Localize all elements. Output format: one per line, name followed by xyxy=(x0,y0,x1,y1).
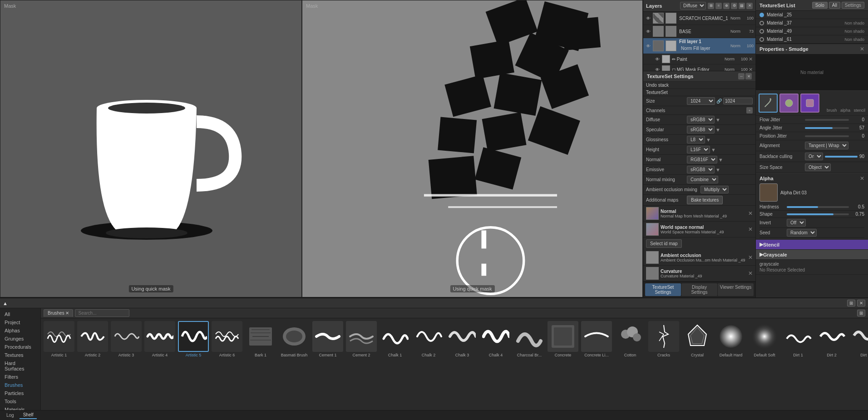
diffuse-close[interactable]: ▼ xyxy=(715,117,721,123)
layers-icon-4[interactable]: ⚙ xyxy=(731,3,737,9)
hardness-slider[interactable] xyxy=(787,206,849,208)
brush-bark-1[interactable]: Bark 1 xyxy=(245,321,276,357)
channels-add-icon[interactable]: + xyxy=(746,107,753,114)
layer-eye-4[interactable]: 👁 xyxy=(654,57,661,62)
stencil-section-toggle[interactable]: ▶ Stencil xyxy=(756,240,868,250)
sidebar-project[interactable]: Project xyxy=(0,318,40,326)
ts-tab-viewer[interactable]: Viewer Settings xyxy=(718,283,754,296)
size-select[interactable]: 1024 xyxy=(687,97,715,105)
sidebar-tools[interactable]: Tools xyxy=(0,397,40,405)
specular-select[interactable]: sRGB8 xyxy=(687,126,715,133)
ts-tab-settings[interactable]: TextureSet Settings xyxy=(645,283,681,296)
layer-eye-1[interactable]: 👁 xyxy=(645,16,651,21)
material-25[interactable]: Material _25 xyxy=(756,11,868,19)
brush-chalk-2[interactable]: Chalk 2 xyxy=(413,321,444,357)
ts-settings-icon-1[interactable]: ─ xyxy=(738,73,745,79)
sidebar-materials[interactable]: Materials xyxy=(0,405,40,410)
right-viewport[interactable]: Mask Using quick mask xyxy=(302,0,643,297)
material-37[interactable]: Material _37 Non shado xyxy=(756,19,868,27)
specular-close[interactable]: ▼ xyxy=(715,127,721,133)
bottom-tab-shelf[interactable]: Shelf xyxy=(20,411,37,419)
diffuse-select[interactable]: sRGB8 xyxy=(687,116,715,124)
channel-select[interactable]: Diffuse xyxy=(680,2,706,10)
brush-cotton[interactable]: Cotton xyxy=(615,321,646,357)
sidebar-procedurals[interactable]: Procedurals xyxy=(0,343,40,351)
select-id-map-button[interactable]: Select id map xyxy=(646,239,682,248)
layer-base[interactable]: 👁 BASE Norm 73 xyxy=(643,25,755,38)
normal-select[interactable]: RGB16F xyxy=(687,156,717,163)
brush-default-hard[interactable]: Default Hard xyxy=(715,321,746,357)
ts-solo-tab[interactable]: Solo xyxy=(812,2,828,9)
flow-jitter-slider[interactable] xyxy=(805,119,849,121)
alignment-select[interactable]: Tangent | Wrap xyxy=(805,142,848,149)
brush-dirt-3[interactable]: Dirt 3 xyxy=(850,321,868,357)
invert-select[interactable]: Off xyxy=(787,219,806,227)
size-input-2[interactable] xyxy=(723,98,753,104)
properties-close[interactable]: ✕ xyxy=(860,46,864,52)
brush-tab-alpha[interactable] xyxy=(779,94,799,113)
brush-artistic-2[interactable]: Artistic 2 xyxy=(77,321,108,357)
layers-icon-1[interactable]: ⊞ xyxy=(708,3,714,9)
brush-default-soft[interactable]: Default Soft xyxy=(749,321,780,357)
emissive-close[interactable]: ▼ xyxy=(715,167,721,173)
brush-cement-1[interactable]: Cement 1 xyxy=(312,321,343,357)
layer-paint[interactable]: 👁 ✏ Paint Norm 100 ✕ xyxy=(643,54,755,64)
ts-settings-btn[interactable]: Settings xyxy=(842,2,864,9)
brush-artistic-3[interactable]: Artistic 3 xyxy=(111,321,142,357)
shape-slider[interactable] xyxy=(787,213,849,215)
emissive-select[interactable]: sRGB8 xyxy=(687,166,715,173)
brush-tab-brush[interactable] xyxy=(759,94,778,113)
grayscale-section-toggle[interactable]: ▶ Grayscale xyxy=(756,250,868,260)
map-curvature-close[interactable]: ✕ xyxy=(748,270,753,277)
bottom-tab-log[interactable]: Log xyxy=(3,412,18,419)
backface-culling-select[interactable]: On xyxy=(805,153,823,160)
map-ao-close[interactable]: ✕ xyxy=(748,254,753,261)
paint-close[interactable]: ✕ xyxy=(748,56,754,62)
map-world-close[interactable]: ✕ xyxy=(748,226,753,232)
bake-textures-button[interactable]: Bake textures xyxy=(687,196,723,204)
sidebar-particles[interactable]: Particles xyxy=(0,389,40,397)
layer-eye-5[interactable]: 👁 xyxy=(654,67,661,71)
brush-artistic-5[interactable]: Artistic 5 xyxy=(178,321,209,357)
brush-tab-stencil[interactable] xyxy=(800,94,819,113)
layer-eye-3[interactable]: 👁 xyxy=(645,44,651,49)
map-normal-close[interactable]: ✕ xyxy=(748,210,753,217)
size-space-select[interactable]: Object xyxy=(805,163,831,171)
sidebar-all[interactable]: All xyxy=(0,310,40,318)
ts-settings-icon-2[interactable]: ✕ xyxy=(745,73,752,79)
height-select[interactable]: L16F xyxy=(687,146,710,153)
layer-mg-mask[interactable]: 👁 ◻ MG Mask Editor Norm 100 ✕ xyxy=(643,64,755,71)
brush-chalk-3[interactable]: Chalk 3 xyxy=(447,321,478,357)
material-49[interactable]: Material _49 Non shado xyxy=(756,27,868,35)
brush-artistic-6[interactable]: Artistic 6 xyxy=(212,321,242,357)
sidebar-hard-surfaces[interactable]: Hard Surfaces xyxy=(0,359,40,373)
brush-basmati[interactable]: Basmati Brush xyxy=(279,321,310,357)
normal-close[interactable]: ▼ xyxy=(717,157,724,163)
normal-mixing-select[interactable]: Combine xyxy=(687,176,718,183)
alpha-close-btn[interactable]: ✕ xyxy=(860,175,864,182)
height-close[interactable]: ▼ xyxy=(710,147,717,153)
brush-dirt-2[interactable]: Dirt 2 xyxy=(816,321,847,357)
brush-artistic-4[interactable]: Artistic 4 xyxy=(144,321,175,357)
shelf-grid-btn[interactable]: ⊞ xyxy=(857,310,865,316)
brush-cement-2[interactable]: Cement 2 xyxy=(346,321,377,357)
brush-dirt-1[interactable]: Dirt 1 xyxy=(783,321,814,357)
sidebar-textures[interactable]: Textures xyxy=(0,351,40,359)
brush-charcoal[interactable]: Charcoal Br... xyxy=(514,321,545,357)
sidebar-grunges[interactable]: Grunges xyxy=(0,335,40,343)
ao-mixing-select[interactable]: Multiply xyxy=(700,186,729,193)
shelf-search-input[interactable] xyxy=(75,309,129,317)
brush-chalk-1[interactable]: Chalk 1 xyxy=(380,321,410,357)
brush-cracks[interactable]: Cracks xyxy=(648,321,679,357)
shelf-toolbar-btn-1[interactable]: ⊞ xyxy=(847,300,855,306)
sidebar-brushes[interactable]: Brushes xyxy=(0,381,40,389)
brush-concrete[interactable]: Concrete xyxy=(547,321,578,357)
angle-jitter-slider[interactable] xyxy=(805,127,849,129)
brush-crystal[interactable]: Crystal xyxy=(682,321,713,357)
material-61[interactable]: Material _61 Non shado xyxy=(756,35,868,44)
position-jitter-slider[interactable] xyxy=(805,135,849,137)
sidebar-filters[interactable]: Filters xyxy=(0,373,40,381)
layers-icon-3[interactable]: ⊕ xyxy=(723,3,730,9)
shelf-toolbar-btn-2[interactable]: ✕ xyxy=(857,300,865,306)
shelf-tab-brushes[interactable]: Brushes ✕ xyxy=(44,309,73,317)
